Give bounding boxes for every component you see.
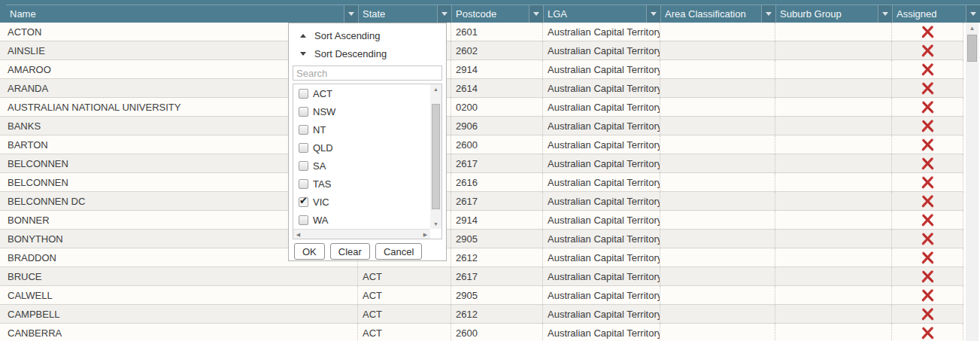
filter-button-suburb-group[interactable] <box>878 5 892 23</box>
table-row[interactable]: BELCONNEN DC 2617 Australian Capital Ter… <box>0 192 963 211</box>
scroll-left-icon[interactable]: ◀ <box>293 230 303 239</box>
table-row[interactable]: BELCONNEN 2617 Australian Capital Territ… <box>0 154 963 173</box>
table-row[interactable]: BRADDON 2612 Australian Capital Territor… <box>0 248 963 267</box>
cell-suburb-group <box>775 324 892 341</box>
cell-lga: Australian Capital Territory <box>543 267 660 285</box>
filter-option[interactable]: ACT <box>293 84 430 102</box>
filter-list-vertical-scrollbar[interactable]: ▲ ▼ <box>430 84 441 229</box>
ok-button[interactable]: OK <box>294 243 325 260</box>
red-x-icon[interactable] <box>921 326 935 340</box>
table-row[interactable]: ARANDA 2614 Australian Capital Territory <box>0 79 963 98</box>
cell-lga: Australian Capital Territory <box>543 248 660 266</box>
table-row[interactable]: BELCONNEN 2616 Australian Capital Territ… <box>0 173 963 192</box>
filter-button-lga[interactable] <box>646 5 660 23</box>
cell-area-classification <box>660 79 775 97</box>
red-x-icon[interactable] <box>921 175 935 190</box>
filter-option[interactable]: SA <box>293 157 430 175</box>
column-header-name[interactable]: Name <box>6 5 358 23</box>
table-row[interactable]: BONYTHON 2905 Australian Capital Territo… <box>0 230 963 248</box>
column-header-lga[interactable]: LGA <box>543 5 660 23</box>
sort-descending-item[interactable]: Sort Descending <box>289 44 446 62</box>
column-header-area-classification[interactable]: Area Classification <box>660 5 775 23</box>
cell-name: CAMPBELL <box>0 305 358 323</box>
checkbox[interactable] <box>299 89 308 99</box>
filter-list-horizontal-scrollbar[interactable]: ◀ ▶ <box>293 229 430 239</box>
table-row[interactable]: CALWELL ACT 2905 Australian Capital Terr… <box>0 286 963 305</box>
checkbox[interactable] <box>299 161 308 171</box>
table-row[interactable]: CAMPBELL ACT 2612 Australian Capital Ter… <box>0 305 963 324</box>
filter-search-input[interactable] <box>293 65 442 81</box>
checkbox[interactable] <box>299 179 308 189</box>
cell-postcode: 2602 <box>451 41 543 59</box>
filter-option[interactable]: QLD <box>293 139 430 157</box>
filter-button-area-classification[interactable] <box>761 5 775 23</box>
cell-postcode: 2617 <box>451 267 543 285</box>
table-row[interactable]: AUSTRALIAN NATIONAL UNIVERSITY 0200 Aust… <box>0 98 963 117</box>
scroll-right-icon[interactable]: ▶ <box>420 230 430 239</box>
filter-options-list: ACT NSW NT QLD SA TAS VIC <box>293 84 442 239</box>
table-row[interactable]: CANBERRA ACT 2600 Australian Capital Ter… <box>0 324 963 341</box>
red-x-icon[interactable] <box>921 251 935 265</box>
scroll-up-icon[interactable]: ▲ <box>430 84 441 94</box>
cell-lga: Australian Capital Territory <box>543 60 660 78</box>
scrollbar-thumb[interactable] <box>967 35 977 62</box>
vertical-scrollbar[interactable]: ▲ <box>966 23 978 341</box>
table-row[interactable]: BRUCE ACT 2617 Australian Capital Territ… <box>0 267 963 286</box>
sort-ascending-item[interactable]: Sort Ascending <box>289 26 446 44</box>
red-x-icon[interactable] <box>921 25 935 39</box>
filter-option[interactable]: NSW <box>293 102 430 120</box>
red-x-icon[interactable] <box>921 194 935 209</box>
checkbox[interactable] <box>299 143 308 153</box>
red-x-icon[interactable] <box>921 81 935 96</box>
cell-lga: Australian Capital Territory <box>543 305 660 323</box>
cell-area-classification <box>660 211 775 229</box>
checkbox[interactable] <box>299 197 308 207</box>
red-x-icon[interactable] <box>921 138 935 152</box>
checkbox[interactable] <box>299 215 308 225</box>
filter-option[interactable]: NT <box>293 120 430 139</box>
table-row[interactable]: BANKS 2906 Australian Capital Territory <box>0 117 963 135</box>
table-row[interactable]: BONNER 2914 Australian Capital Territory <box>0 211 963 230</box>
checkbox[interactable] <box>299 107 308 117</box>
table-row[interactable]: AINSLIE 2602 Australian Capital Territor… <box>0 41 963 60</box>
filter-option[interactable]: WA <box>293 211 430 229</box>
column-header-suburb-group[interactable]: Suburb Group <box>775 5 892 23</box>
filter-option[interactable]: VIC <box>293 193 430 211</box>
scrollbar-thumb[interactable] <box>432 104 440 209</box>
checkbox[interactable] <box>299 125 308 135</box>
filter-button-name[interactable] <box>344 5 358 23</box>
scroll-down-icon[interactable]: ▼ <box>430 219 441 229</box>
cell-state: ACT <box>358 286 451 304</box>
table-row[interactable]: AMAROO 2914 Australian Capital Territory <box>0 60 963 79</box>
red-x-icon[interactable] <box>921 288 935 303</box>
cancel-button[interactable]: Cancel <box>375 243 422 260</box>
column-label: State <box>359 8 437 20</box>
table-row[interactable]: ACTON 2601 Australian Capital Territory <box>0 23 963 41</box>
cell-lga: Australian Capital Territory <box>543 117 660 135</box>
red-x-icon[interactable] <box>921 213 935 227</box>
clear-button[interactable]: Clear <box>330 243 370 260</box>
red-x-icon[interactable] <box>921 232 935 246</box>
column-header-assigned[interactable]: Assigned <box>892 5 980 23</box>
scroll-up-icon[interactable]: ▲ <box>966 23 978 33</box>
cell-postcode: 2617 <box>451 192 543 210</box>
red-x-icon[interactable] <box>921 100 935 114</box>
filter-option[interactable]: TAS <box>293 175 430 193</box>
red-x-icon[interactable] <box>921 157 935 171</box>
red-x-icon[interactable] <box>921 269 935 284</box>
cell-area-classification <box>660 286 775 304</box>
filter-button-postcode[interactable] <box>529 5 543 23</box>
grid-body: ACTON 2601 Australian Capital Territory … <box>0 23 963 341</box>
filter-button-state[interactable] <box>437 5 451 23</box>
red-x-icon[interactable] <box>921 62 935 77</box>
table-row[interactable]: BARTON 2600 Australian Capital Territory <box>0 135 963 154</box>
cell-state: ACT <box>358 305 451 323</box>
column-header-postcode[interactable]: Postcode <box>451 5 543 23</box>
column-header-state[interactable]: State <box>358 5 451 23</box>
cell-name: BRUCE <box>0 267 358 285</box>
red-x-icon[interactable] <box>921 44 935 58</box>
red-x-icon[interactable] <box>921 119 935 133</box>
filter-button-assigned[interactable] <box>966 5 980 23</box>
cell-suburb-group <box>775 192 892 210</box>
red-x-icon[interactable] <box>921 307 935 321</box>
